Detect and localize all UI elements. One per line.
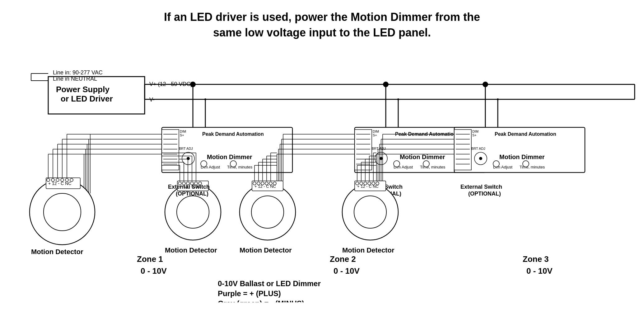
svg-point-195 — [372, 182, 375, 185]
svg-point-135 — [265, 182, 268, 185]
svg-point-191 — [356, 182, 359, 185]
svg-text:Power Supply: Power Supply — [56, 85, 110, 94]
svg-point-155 — [497, 98, 499, 100]
svg-text:S+: S+ — [373, 133, 377, 137]
svg-text:0 - 10V: 0 - 10V — [141, 266, 167, 276]
svg-text:Motion Dimmer: Motion Dimmer — [400, 154, 445, 160]
svg-point-55 — [56, 178, 59, 182]
svg-point-188 — [354, 196, 386, 228]
svg-text:Motion Detector: Motion Detector — [342, 246, 394, 254]
svg-text:Motion Dimmer: Motion Dimmer — [499, 154, 545, 160]
diagram-area: Line in: 90-277 VAC Line in NEUTRAL Powe… — [0, 47, 644, 302]
svg-point-53 — [47, 178, 50, 182]
svg-point-50 — [44, 193, 81, 231]
svg-point-156 — [483, 82, 488, 87]
wiring-diagram: Line in: 90-277 VAC Line in NEUTRAL Powe… — [0, 47, 644, 302]
svg-text:0 - 10V: 0 - 10V — [334, 266, 360, 276]
svg-point-38 — [230, 161, 236, 167]
svg-text:or LED Driver: or LED Driver — [61, 94, 113, 103]
title-line1: If an LED driver is used, power the Moti… — [31, 9, 613, 25]
svg-text:DIM: DIM — [472, 130, 478, 133]
title-line2: same low voltage input to the LED panel. — [31, 25, 613, 40]
svg-text:0-10V Ballast or LED Dimmer: 0-10V Ballast or LED Dimmer — [218, 279, 321, 288]
svg-point-71 — [177, 196, 209, 228]
svg-point-116 — [394, 161, 400, 167]
svg-point-137 — [273, 182, 276, 185]
svg-point-57 — [65, 178, 68, 182]
svg-text:Peak Demand Automation: Peak Demand Automation — [495, 131, 556, 137]
svg-point-132 — [253, 182, 256, 185]
svg-point-37 — [201, 161, 207, 167]
svg-point-193 — [364, 182, 367, 185]
svg-text:Gray (green) = - (MINUS): Gray (green) = - (MINUS) — [218, 299, 304, 302]
svg-text:DIM: DIM — [373, 130, 379, 133]
svg-text:S+: S+ — [472, 133, 477, 137]
svg-point-58 — [70, 178, 73, 182]
svg-text:Zone 1: Zone 1 — [137, 254, 163, 264]
svg-text:S+: S+ — [180, 133, 184, 137]
svg-text:External Switch: External Switch — [460, 184, 502, 190]
svg-point-117 — [423, 161, 429, 167]
svg-point-129 — [251, 196, 284, 228]
svg-point-176 — [523, 161, 529, 167]
svg-text:0 - 10V: 0 - 10V — [526, 266, 553, 276]
svg-text:DIM: DIM — [180, 130, 186, 133]
svg-text:Line in: 90-277 VAC: Line in: 90-277 VAC — [53, 69, 103, 76]
svg-text:(OPTIONAL): (OPTIONAL) — [176, 191, 208, 197]
svg-text:(OPTIONAL): (OPTIONAL) — [468, 191, 501, 197]
svg-point-194 — [368, 182, 371, 185]
svg-text:Purple = + (PLUS): Purple = + (PLUS) — [218, 289, 281, 298]
svg-point-54 — [51, 178, 54, 182]
svg-text:Zone 3: Zone 3 — [523, 254, 549, 264]
svg-text:Zone 2: Zone 2 — [330, 254, 356, 264]
main-container: If an LED driver is used, power the Moti… — [0, 0, 644, 312]
svg-point-136 — [269, 182, 272, 185]
svg-point-175 — [493, 161, 499, 167]
svg-point-170 — [479, 157, 482, 160]
svg-point-18 — [204, 98, 206, 100]
svg-point-192 — [360, 182, 363, 185]
svg-point-32 — [187, 157, 190, 160]
title: If an LED driver is used, power the Moti… — [0, 0, 644, 47]
svg-text:BRT ADJ: BRT ADJ — [179, 147, 193, 150]
svg-text:Motion Detector: Motion Detector — [165, 246, 217, 254]
svg-text:+ 12 - C NC: + 12 - C NC — [48, 181, 71, 186]
svg-text:Peak Demand Automation: Peak Demand Automation — [202, 131, 264, 137]
svg-text:Line in NEUTRAL: Line in NEUTRAL — [53, 76, 97, 82]
svg-text:Motion Detector: Motion Detector — [240, 246, 292, 254]
svg-point-133 — [257, 182, 260, 185]
svg-point-97 — [397, 98, 399, 100]
svg-point-196 — [376, 182, 379, 185]
svg-point-56 — [61, 178, 64, 182]
svg-text:Motion Detector: Motion Detector — [31, 248, 83, 256]
svg-text:BRT ADJ: BRT ADJ — [471, 147, 485, 150]
svg-text:BRT ADJ: BRT ADJ — [372, 147, 386, 150]
svg-text:Motion Dimmer: Motion Dimmer — [207, 154, 252, 160]
svg-point-134 — [261, 182, 264, 185]
svg-text:External Switch: External Switch — [168, 184, 210, 190]
